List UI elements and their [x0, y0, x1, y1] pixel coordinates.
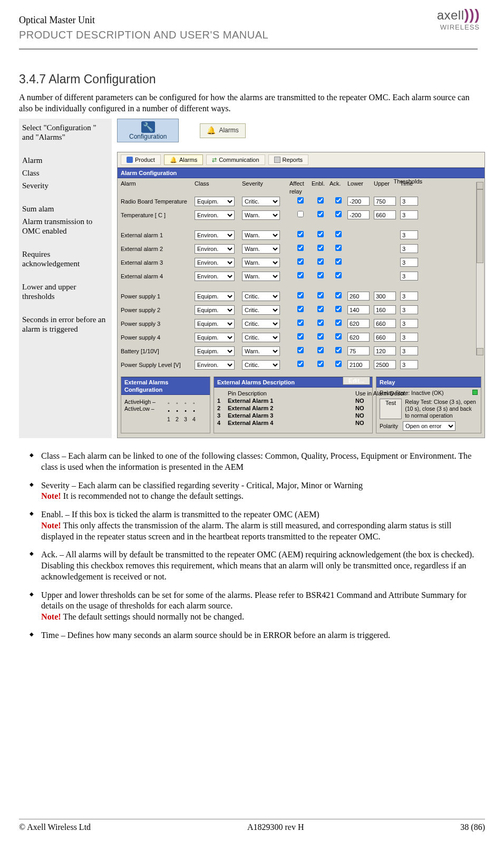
affect-relay-checkbox[interactable]	[297, 197, 304, 204]
threshold-lower-input[interactable]	[347, 360, 370, 369]
class-select[interactable]: Environ.	[195, 230, 235, 240]
configuration-button[interactable]: Configuration	[117, 119, 179, 142]
threshold-upper-input[interactable]	[374, 360, 396, 369]
ack-checkbox[interactable]	[335, 197, 342, 204]
ack-checkbox[interactable]	[335, 347, 342, 353]
affect-relay-checkbox[interactable]	[297, 347, 304, 353]
affect-relay-checkbox[interactable]	[297, 306, 304, 312]
time-input[interactable]	[400, 272, 418, 281]
severity-select[interactable]: Warn.	[242, 272, 280, 281]
class-select[interactable]: Equipm.	[195, 305, 235, 315]
time-input[interactable]	[400, 210, 418, 219]
ack-checkbox[interactable]	[335, 272, 342, 278]
enbl-checkbox[interactable]	[317, 347, 324, 353]
class-select[interactable]: Equipm.	[195, 333, 235, 342]
class-select[interactable]: Environ.	[195, 210, 235, 220]
enbl-checkbox[interactable]	[317, 333, 324, 340]
threshold-lower-input[interactable]	[347, 319, 370, 328]
edit-button[interactable]: Edit...	[343, 376, 370, 385]
time-input[interactable]	[400, 230, 418, 239]
relay-test-button[interactable]: Test	[380, 399, 402, 419]
time-input[interactable]	[400, 305, 418, 314]
tab-reports[interactable]: Reports	[268, 154, 309, 165]
ack-checkbox[interactable]	[335, 292, 342, 298]
ack-checkbox[interactable]	[335, 245, 342, 251]
threshold-lower-input[interactable]	[347, 346, 370, 355]
severity-select[interactable]: Warn.	[242, 210, 280, 220]
enbl-checkbox[interactable]	[317, 231, 324, 237]
class-select[interactable]: Environ.	[195, 244, 235, 254]
polarity-select[interactable]: Open on error	[403, 421, 455, 431]
affect-relay-checkbox[interactable]	[297, 361, 304, 367]
time-input[interactable]	[400, 244, 418, 253]
affect-relay-checkbox[interactable]	[297, 245, 304, 251]
class-select[interactable]: Environ.	[195, 272, 235, 281]
time-input[interactable]	[400, 346, 418, 355]
threshold-upper-input[interactable]	[374, 319, 396, 328]
threshold-lower-input[interactable]	[347, 292, 370, 301]
severity-select[interactable]: Warn.	[242, 346, 280, 356]
enbl-checkbox[interactable]	[317, 306, 324, 312]
enbl-checkbox[interactable]	[317, 245, 324, 251]
severity-select[interactable]: Critic.	[242, 333, 280, 342]
severity-select[interactable]: Critic.	[242, 292, 280, 301]
affect-relay-checkbox[interactable]	[297, 258, 304, 265]
time-input[interactable]	[400, 319, 418, 328]
active-radio-grid[interactable]: ◦◦◦◦ •••• 1234	[164, 399, 199, 424]
threshold-lower-input[interactable]	[347, 333, 370, 342]
scrollbar[interactable]	[476, 182, 483, 355]
tab-alarms[interactable]: 🔔Alarms	[164, 154, 203, 165]
threshold-lower-input[interactable]	[347, 210, 370, 219]
time-input[interactable]	[400, 360, 418, 369]
scroll-up-button[interactable]	[477, 182, 483, 189]
ack-checkbox[interactable]	[335, 361, 342, 367]
ack-checkbox[interactable]	[335, 306, 342, 312]
threshold-upper-input[interactable]	[374, 333, 396, 342]
scroll-down-button[interactable]	[477, 348, 483, 355]
severity-select[interactable]: Warn.	[242, 244, 280, 254]
ack-checkbox[interactable]	[335, 231, 342, 237]
threshold-upper-input[interactable]	[374, 210, 396, 219]
class-select[interactable]: Equipm.	[195, 197, 235, 206]
time-input[interactable]	[400, 333, 418, 342]
time-input[interactable]	[400, 197, 418, 206]
threshold-lower-input[interactable]	[347, 305, 370, 314]
scroll-thumb[interactable]	[477, 189, 483, 263]
enbl-checkbox[interactable]	[317, 361, 324, 367]
threshold-upper-input[interactable]	[374, 305, 396, 314]
severity-select[interactable]: Critic.	[242, 305, 280, 315]
affect-relay-checkbox[interactable]	[297, 292, 304, 298]
affect-relay-checkbox[interactable]	[297, 231, 304, 237]
class-select[interactable]: Equipm.	[195, 346, 235, 356]
threshold-upper-input[interactable]	[374, 292, 396, 301]
severity-select[interactable]: Critic.	[242, 360, 280, 370]
affect-relay-checkbox[interactable]	[297, 333, 304, 340]
enbl-checkbox[interactable]	[317, 211, 324, 217]
ack-checkbox[interactable]	[335, 258, 342, 265]
time-input[interactable]	[400, 258, 418, 267]
severity-select[interactable]: Critic.	[242, 319, 280, 328]
alarms-button[interactable]: 🔔 Alarms	[200, 123, 245, 138]
threshold-upper-input[interactable]	[374, 346, 396, 355]
affect-relay-checkbox[interactable]	[297, 320, 304, 326]
class-select[interactable]: Equipm.	[195, 292, 235, 301]
tab-product[interactable]: Product	[121, 154, 161, 165]
enbl-checkbox[interactable]	[317, 292, 324, 298]
threshold-upper-input[interactable]	[374, 197, 396, 206]
ack-checkbox[interactable]	[335, 211, 342, 217]
tab-communication[interactable]: ⇄Communication	[206, 154, 265, 165]
class-select[interactable]: Environ.	[195, 360, 235, 370]
enbl-checkbox[interactable]	[317, 258, 324, 265]
severity-select[interactable]: Critic.	[242, 197, 280, 206]
enbl-checkbox[interactable]	[317, 197, 324, 204]
ack-checkbox[interactable]	[335, 333, 342, 340]
threshold-lower-input[interactable]	[347, 197, 370, 206]
severity-select[interactable]: Warn.	[242, 258, 280, 267]
affect-relay-checkbox[interactable]	[297, 272, 304, 278]
severity-select[interactable]: Warn.	[242, 230, 280, 240]
enbl-checkbox[interactable]	[317, 320, 324, 326]
time-input[interactable]	[400, 292, 418, 301]
affect-relay-checkbox[interactable]	[297, 211, 304, 217]
class-select[interactable]: Equipm.	[195, 319, 235, 328]
enbl-checkbox[interactable]	[317, 272, 324, 278]
